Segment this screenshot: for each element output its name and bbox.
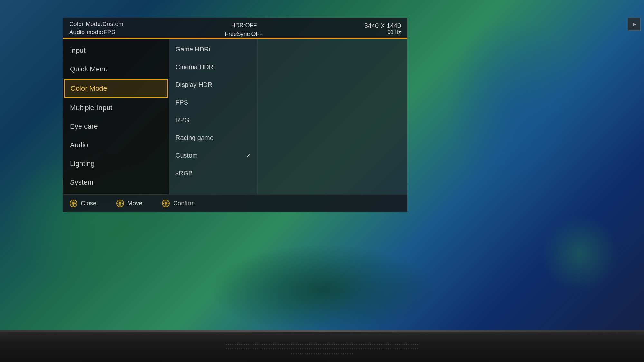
footer-confirm[interactable]: Confirm bbox=[162, 199, 195, 208]
nav-item-multiple-input[interactable]: Multiple-Input bbox=[63, 98, 169, 117]
header-right: 3440 X 1440 60 Hz bbox=[365, 21, 401, 35]
nav-item-input[interactable]: Input bbox=[63, 41, 169, 60]
nav-item-lighting[interactable]: Lighting bbox=[63, 154, 169, 173]
nav-item-system[interactable]: System bbox=[63, 173, 169, 192]
color-mode-panel: Game HDRi Cinema HDRi Display HDR FPS RP… bbox=[169, 39, 258, 194]
footer-move[interactable]: Move bbox=[116, 199, 142, 208]
nav-item-quick-menu[interactable]: Quick Menu bbox=[63, 60, 169, 79]
hdr-status: HDR:OFF bbox=[231, 22, 257, 29]
corner-button[interactable]: ▶ bbox=[628, 18, 641, 31]
speaker-grille bbox=[225, 343, 419, 356]
nav-panel: Input Quick Menu Color Mode Multiple-Inp… bbox=[63, 39, 169, 194]
monitor-bezel bbox=[0, 330, 644, 362]
color-mode-item-custom[interactable]: Custom ✓ bbox=[169, 147, 257, 164]
move-joystick-icon bbox=[116, 199, 124, 208]
header-center: HDR:OFF FreeSync OFF bbox=[225, 21, 263, 38]
color-mode-item-rpg[interactable]: RPG bbox=[169, 111, 257, 129]
osd-header: Color Mode:Custom Audio mode:FPS HDR:OFF… bbox=[63, 18, 407, 39]
move-label: Move bbox=[128, 200, 142, 207]
resolution-display: 3440 X 1440 bbox=[365, 22, 401, 30]
svg-point-1 bbox=[72, 202, 75, 205]
confirm-label: Confirm bbox=[173, 200, 195, 207]
nav-item-audio[interactable]: Audio bbox=[63, 136, 169, 154]
color-mode-item-game-hdri[interactable]: Game HDRi bbox=[169, 41, 257, 58]
color-mode-item-display-hdr[interactable]: Display HDR bbox=[169, 76, 257, 94]
svg-point-13 bbox=[165, 202, 167, 205]
audio-mode-status: Audio mode:FPS bbox=[69, 29, 124, 36]
close-joystick-icon bbox=[69, 199, 78, 208]
color-mode-item-racing-game[interactable]: Racing game bbox=[169, 129, 257, 147]
footer-close[interactable]: Close bbox=[69, 199, 97, 208]
color-mode-item-fps[interactable]: FPS bbox=[169, 94, 257, 111]
right-panel bbox=[258, 39, 407, 194]
selected-checkmark: ✓ bbox=[246, 152, 251, 159]
color-mode-item-cinema-hdri[interactable]: Cinema HDRi bbox=[169, 58, 257, 76]
hz-display: 60 Hz bbox=[387, 30, 401, 35]
confirm-joystick-icon bbox=[162, 199, 170, 208]
nav-item-color-mode[interactable]: Color Mode bbox=[64, 79, 168, 98]
header-left: Color Mode:Custom Audio mode:FPS bbox=[69, 21, 124, 36]
freesync-status: FreeSync OFF bbox=[225, 31, 263, 38]
osd-menu: Color Mode:Custom Audio mode:FPS HDR:OFF… bbox=[63, 18, 407, 212]
nav-item-eye-care[interactable]: Eye care bbox=[63, 117, 169, 136]
color-mode-status: Color Mode:Custom bbox=[69, 21, 124, 28]
svg-point-7 bbox=[119, 202, 121, 205]
corner-icon: ▶ bbox=[633, 22, 636, 27]
close-label: Close bbox=[81, 200, 97, 207]
osd-footer: Close Move bbox=[63, 194, 407, 212]
osd-body: Input Quick Menu Color Mode Multiple-Inp… bbox=[63, 39, 407, 194]
color-mode-item-srgb[interactable]: sRGB bbox=[169, 164, 257, 182]
